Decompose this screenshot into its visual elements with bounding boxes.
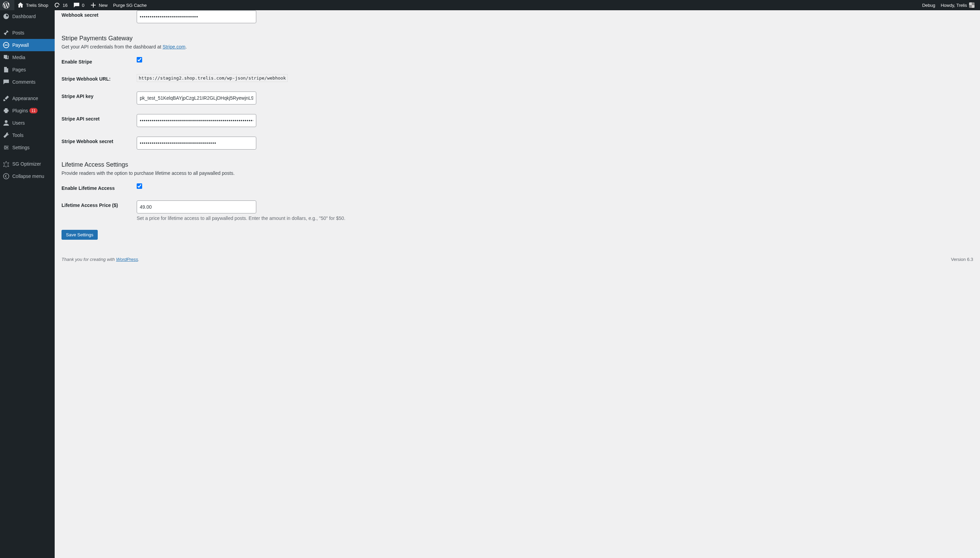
comment-icon [3, 79, 10, 85]
stripe-api-key-input[interactable] [136, 92, 256, 105]
site-name-link[interactable]: Trelis Shop [14, 0, 51, 10]
wp-logo[interactable] [0, 0, 14, 10]
page-icon [3, 66, 10, 73]
stripe-webhook-secret-input[interactable] [136, 136, 256, 149]
stripe-webhook-url-label: Stripe Webhook URL: [61, 74, 136, 82]
row-stripe-api-key: Stripe API key [61, 87, 973, 109]
stripe-api-secret-input[interactable] [136, 114, 256, 127]
admin-toolbar-right: Debug Howdy, Trelis [919, 0, 980, 10]
enable-stripe-checkbox[interactable] [136, 57, 142, 62]
debug-text: Debug [922, 3, 935, 8]
footer-thanks: Thank you for creating with WordPress. [61, 257, 140, 262]
save-settings-button[interactable]: Save Settings [61, 230, 98, 240]
svg-point-1 [5, 120, 8, 123]
sidebar-item-paywall[interactable]: Paywall [0, 39, 55, 51]
admin-footer: Thank you for creating with WordPress. V… [61, 250, 973, 265]
site-name-text: Trelis Shop [26, 3, 48, 8]
sidebar-label: Collapse menu [12, 174, 44, 179]
plus-icon [90, 2, 97, 8]
sidebar-label: Pages [12, 67, 26, 72]
stripe-webhook-secret-label: Stripe Webhook secret [61, 136, 136, 144]
plugin-icon [3, 107, 10, 114]
sidebar-label: Users [12, 120, 25, 126]
sidebar-label: Dashboard [12, 14, 36, 19]
sidebar-item-appearance[interactable]: Appearance [0, 92, 55, 105]
lifetime-price-label: Lifetime Access Price ($) [61, 200, 136, 208]
updates-link[interactable]: 16 [51, 0, 70, 10]
svg-point-3 [4, 147, 5, 148]
sidebar-item-pages[interactable]: Pages [0, 64, 55, 76]
lifetime-price-help: Set a price for lifetime access to all p… [136, 215, 973, 221]
tools-icon [3, 132, 10, 139]
updates-count: 16 [62, 3, 67, 8]
lifetime-section-desc: Provide readers with the option to purch… [61, 171, 973, 176]
purge-cache-text: Purge SG Cache [113, 3, 146, 8]
row-webhook-secret: Webhook secret [61, 10, 973, 28]
sg-icon [3, 161, 10, 167]
sidebar-label: Media [12, 55, 25, 60]
wordpress-link[interactable]: WordPress [116, 257, 138, 262]
purge-cache-link[interactable]: Purge SG Cache [110, 0, 149, 10]
avatar [969, 2, 975, 8]
brush-icon [3, 95, 10, 102]
sidebar-item-users[interactable]: Users [0, 117, 55, 129]
lifetime-price-input[interactable] [136, 200, 256, 213]
sidebar-label: Posts [12, 30, 24, 36]
user-icon [3, 120, 10, 126]
sidebar-label: SG Optimizer [12, 161, 41, 167]
row-stripe-api-secret: Stripe API secret [61, 109, 973, 132]
home-icon [17, 2, 24, 8]
sidebar-item-settings[interactable]: Settings [0, 141, 55, 154]
plugin-update-badge: 11 [30, 108, 38, 113]
sidebar-item-comments[interactable]: Comments [0, 76, 55, 88]
comments-link[interactable]: 0 [71, 0, 87, 10]
sidebar-label: Comments [12, 79, 36, 85]
sidebar-item-posts[interactable]: Posts [0, 27, 55, 39]
sidebar-label: Tools [12, 133, 23, 138]
stripe-api-secret-label: Stripe API secret [61, 114, 136, 121]
row-enable-stripe: Enable Stripe [61, 52, 973, 69]
admin-sidebar: Dashboard Posts Paywall Media Pages Comm… [0, 10, 55, 558]
svg-point-4 [8, 149, 8, 149]
svg-point-5 [3, 174, 9, 179]
footer-version: Version 6.3 [951, 257, 973, 262]
new-link[interactable]: New [87, 0, 110, 10]
sidebar-label: Paywall [12, 42, 29, 48]
media-icon [3, 54, 10, 61]
webhook-secret-input[interactable] [136, 10, 256, 23]
collapse-icon [3, 173, 10, 180]
sidebar-label: Plugins [12, 108, 28, 113]
row-stripe-webhook-url: Stripe Webhook URL: https://staging2.sho… [61, 69, 973, 87]
account-link[interactable]: Howdy, Trelis [938, 0, 977, 10]
pin-icon [3, 30, 10, 36]
update-icon [54, 2, 61, 8]
wordpress-icon [3, 2, 10, 8]
sidebar-label: Settings [12, 145, 30, 150]
svg-point-2 [8, 146, 8, 147]
stripe-link[interactable]: Stripe.com [163, 44, 186, 49]
paywall-icon [3, 42, 10, 49]
webhook-secret-label: Webhook secret [61, 10, 136, 18]
stripe-section-heading: Stripe Payments Gateway [61, 35, 973, 42]
new-text: New [99, 3, 108, 8]
sidebar-item-sg-optimizer[interactable]: SG Optimizer [0, 158, 55, 170]
comment-icon [73, 2, 80, 8]
stripe-section-desc: Get your API credentials from the dashbo… [61, 44, 973, 49]
sidebar-item-media[interactable]: Media [0, 51, 55, 64]
admin-toolbar: Trelis Shop 16 0 New Purge SG Cache Debu… [0, 0, 980, 10]
row-lifetime-price: Lifetime Access Price ($) Set a price fo… [61, 196, 973, 226]
howdy-text: Howdy, Trelis [941, 3, 967, 8]
sidebar-label: Appearance [12, 95, 38, 101]
stripe-api-key-label: Stripe API key [61, 92, 136, 99]
debug-link[interactable]: Debug [919, 0, 938, 10]
main-content: Webhook secret Stripe Payments Gateway G… [55, 10, 980, 558]
admin-toolbar-left: Trelis Shop 16 0 New Purge SG Cache [0, 0, 919, 10]
enable-lifetime-checkbox[interactable] [136, 184, 142, 189]
sidebar-item-plugins[interactable]: Plugins 11 [0, 105, 55, 117]
comments-count: 0 [82, 3, 84, 8]
sidebar-item-dashboard[interactable]: Dashboard [0, 10, 55, 23]
row-enable-lifetime: Enable Lifetime Access [61, 179, 973, 196]
sidebar-item-tools[interactable]: Tools [0, 129, 55, 141]
sidebar-item-collapse[interactable]: Collapse menu [0, 170, 55, 182]
dashboard-icon [3, 13, 10, 20]
